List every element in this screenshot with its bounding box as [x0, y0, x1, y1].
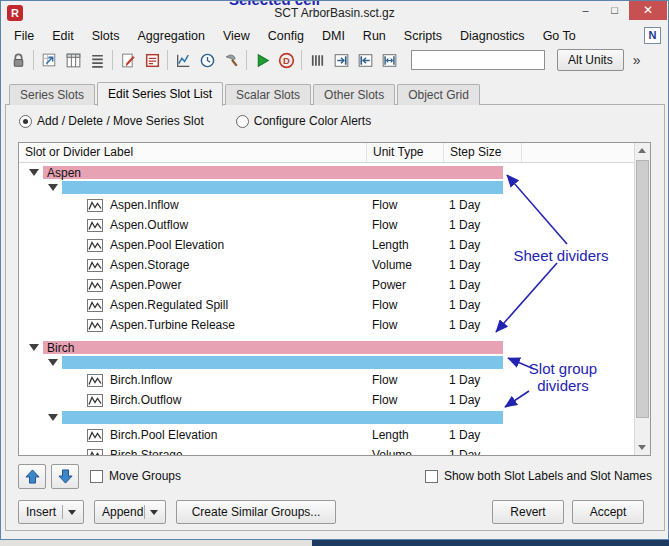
- unit-type-cell: Power: [367, 278, 444, 292]
- menu-scripts[interactable]: Scripts: [395, 27, 451, 45]
- tab-scalar-slots[interactable]: Scalar Slots: [225, 84, 311, 105]
- scrollbar-down-icon[interactable]: [635, 439, 650, 455]
- scrollbar-thumb[interactable]: [636, 160, 649, 418]
- vertical-scrollbar[interactable]: [634, 143, 650, 455]
- window-title: SCT ArborBasin.sct.gz: [1, 6, 668, 20]
- toolbar-overflow-button[interactable]: »: [633, 52, 641, 68]
- table-row-slot[interactable]: Aspen.Turbine Release Flow 1 Day: [19, 315, 634, 335]
- tab-other-slots[interactable]: Other Slots: [313, 84, 395, 105]
- expander-icon[interactable]: [29, 344, 39, 351]
- column-header-step-size[interactable]: Step Size: [444, 143, 522, 162]
- table-row-group-divider[interactable]: [19, 410, 634, 425]
- column-header-label[interactable]: Slot or Divider Label: [19, 143, 367, 162]
- radio-selected-icon[interactable]: [19, 115, 32, 128]
- slot-label: Birch.Inflow: [110, 373, 172, 387]
- diagnostics-icon[interactable]: D: [274, 48, 298, 72]
- sheet-divider-bar[interactable]: Birch: [43, 341, 503, 354]
- edit-series-icon[interactable]: [116, 48, 140, 72]
- revert-button[interactable]: Revert: [492, 500, 564, 524]
- expander-icon[interactable]: [48, 184, 58, 191]
- lock-icon[interactable]: [6, 48, 30, 72]
- table-header: Slot or Divider Label Unit Type Step Siz…: [19, 143, 634, 163]
- slot-label-cell: Birch.Outflow: [19, 393, 367, 407]
- group-divider-bar[interactable]: [62, 411, 503, 424]
- summary-sheet-icon[interactable]: [140, 48, 164, 72]
- scrollbar-up-icon[interactable]: [635, 143, 650, 159]
- show-both-checkbox[interactable]: [425, 470, 438, 483]
- toolbar-search-input[interactable]: [411, 50, 545, 70]
- scroll-left-icon[interactable]: [353, 48, 377, 72]
- menu-config[interactable]: Config: [259, 27, 313, 45]
- expander-icon[interactable]: [48, 359, 58, 366]
- radio-unselected-icon[interactable]: [236, 115, 249, 128]
- tab-edit-series-slot-list[interactable]: Edit Series Slot List: [97, 82, 223, 106]
- scroll-right-icon[interactable]: [329, 48, 353, 72]
- unit-type-cell: Flow: [367, 318, 444, 332]
- minimize-button[interactable]: –: [571, 1, 600, 20]
- show-both-option[interactable]: Show both Slot Labels and Slot Names: [425, 469, 652, 483]
- goto-slot-icon[interactable]: [37, 48, 61, 72]
- footer-controls: Move Groups Show both Slot Labels and Sl…: [18, 464, 652, 490]
- column-config-icon[interactable]: [61, 48, 85, 72]
- sheet-divider-bar[interactable]: Aspen: [43, 166, 503, 179]
- series-slot-icon: [87, 429, 103, 442]
- chevron-down-icon: [68, 510, 76, 515]
- clock-icon[interactable]: [195, 48, 219, 72]
- plot-icon[interactable]: [171, 48, 195, 72]
- menu-view[interactable]: View: [214, 27, 259, 45]
- table-row-sheet-divider[interactable]: Birch: [19, 340, 634, 355]
- table-row-slot[interactable]: Birch.Storage Volume 1 Day: [19, 445, 634, 455]
- table-row-group-divider[interactable]: [19, 180, 634, 195]
- tab-series-slots[interactable]: Series Slots: [9, 84, 95, 105]
- tools-icon[interactable]: [219, 48, 243, 72]
- group-divider-bar[interactable]: [62, 181, 503, 194]
- slot-label: Aspen.Power: [110, 278, 181, 292]
- append-button[interactable]: Append: [94, 500, 166, 524]
- slot-label: Birch.Storage: [110, 448, 183, 455]
- sct-window: Selected cell R SCT ArborBasin.sct.gz – …: [0, 0, 669, 540]
- move-groups-checkbox[interactable]: [90, 470, 103, 483]
- create-similar-groups-button[interactable]: Create Similar Groups...: [176, 500, 336, 524]
- button-row: Insert Append Create Similar Groups... R…: [18, 500, 652, 524]
- menubar: File Edit Slots Aggregation View Config …: [1, 25, 668, 46]
- fit-columns-icon[interactable]: [377, 48, 401, 72]
- menu-edit[interactable]: Edit: [43, 27, 83, 45]
- chevron-down-icon: [150, 510, 158, 515]
- table-row-sheet-divider[interactable]: Aspen: [19, 165, 634, 180]
- table-row-slot[interactable]: Aspen.Power Power 1 Day: [19, 275, 634, 295]
- move-down-button[interactable]: [51, 464, 79, 489]
- alt-units-button[interactable]: Alt Units: [557, 49, 624, 71]
- move-up-button[interactable]: [18, 464, 46, 489]
- menu-dmi[interactable]: DMI: [313, 27, 354, 45]
- maximize-button[interactable]: □: [600, 1, 629, 20]
- expander-icon[interactable]: [29, 169, 39, 176]
- group-divider-bar[interactable]: [62, 356, 503, 369]
- toolbar: D Alt Units »: [1, 46, 668, 74]
- menu-go-to[interactable]: Go To: [534, 27, 585, 45]
- table-row-slot[interactable]: Aspen.Inflow Flow 1 Day: [19, 195, 634, 215]
- step-size-cell: 1 Day: [444, 318, 522, 332]
- insert-button[interactable]: Insert: [18, 500, 84, 524]
- menu-slots[interactable]: Slots: [83, 27, 129, 45]
- table-row-slot[interactable]: Aspen.Regulated Spill Flow 1 Day: [19, 295, 634, 315]
- workspace-icon[interactable]: N: [644, 27, 661, 44]
- accept-button[interactable]: Accept: [572, 500, 644, 524]
- toolbar-separator: [33, 50, 34, 70]
- move-groups-option[interactable]: Move Groups: [90, 469, 181, 483]
- radio-add-delete-move[interactable]: Add / Delete / Move Series Slot: [19, 114, 204, 128]
- timesteps-icon[interactable]: [305, 48, 329, 72]
- close-button[interactable]: ✕: [629, 1, 667, 20]
- tab-object-grid[interactable]: Object Grid: [397, 84, 480, 105]
- row-list-icon[interactable]: [85, 48, 109, 72]
- menu-aggregation[interactable]: Aggregation: [129, 27, 214, 45]
- menu-run[interactable]: Run: [354, 27, 395, 45]
- table-row-slot[interactable]: Birch.Pool Elevation Length 1 Day: [19, 425, 634, 445]
- table-row-slot[interactable]: Aspen.Outflow Flow 1 Day: [19, 215, 634, 235]
- run-icon[interactable]: [250, 48, 274, 72]
- menu-file[interactable]: File: [5, 27, 43, 45]
- radio-alerts-label: Configure Color Alerts: [254, 114, 371, 128]
- radio-configure-color-alerts[interactable]: Configure Color Alerts: [236, 114, 371, 128]
- column-header-unit-type[interactable]: Unit Type: [367, 143, 444, 162]
- expander-icon[interactable]: [48, 414, 58, 421]
- menu-diagnostics[interactable]: Diagnostics: [451, 27, 534, 45]
